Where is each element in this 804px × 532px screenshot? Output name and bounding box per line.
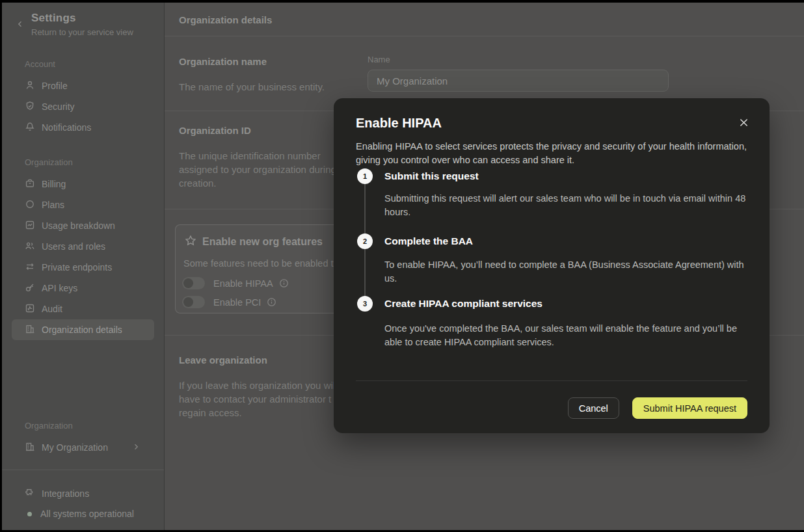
close-icon [740,118,748,129]
sidebar-item-organization-details[interactable]: Organization details [12,319,154,340]
info-icon[interactable] [279,278,289,288]
section-label-organization-switcher: Organization [25,421,164,431]
toggle-knob [183,278,193,288]
user-icon [25,80,35,92]
back-button[interactable] [14,18,27,31]
info-icon[interactable] [267,297,276,307]
status-label: All systems operational [40,509,134,519]
sidebar-item-label: Users and roles [42,241,105,252]
sidebar-item-label: Integrations [42,488,89,499]
enable-hipaa-toggle[interactable] [182,277,205,289]
step-3-body: Once you've completed the BAA, our sales… [384,322,749,349]
star-icon [185,235,196,249]
sidebar-item-integrations[interactable]: Integrations [12,483,154,504]
settings-sidebar: Settings Return to your service view Acc… [2,3,165,530]
org-name-description: The name of your business entity. [179,80,325,94]
enable-pci-toggle[interactable] [182,296,205,308]
sidebar-divider [2,470,164,470]
leave-org-heading: Leave organization [179,354,267,366]
org-name-heading: Organization name [179,56,267,67]
status-dot-icon [27,512,32,516]
submit-hipaa-request-button[interactable]: Submit HIPAA request [632,397,747,419]
cancel-button[interactable]: Cancel [568,397,619,419]
modal-actions: Cancel Submit HIPAA request [568,397,747,419]
modal-footer-divider [356,380,747,381]
building-icon [25,442,35,454]
sidebar-item-label: API keys [42,283,77,293]
enable-hipaa-row: Enable HIPAA [182,277,289,289]
sidebar-item-plans[interactable]: Plans [12,194,154,215]
step-2-body: To enable HIPAA, you’ll need to complete… [384,258,749,286]
circle-icon [25,199,35,211]
modal-title: Enable HIPAA [356,116,442,131]
sidebar-item-audit[interactable]: Audit [12,299,154,319]
building-icon [25,324,35,336]
sidebar-item-label: Profile [42,81,68,91]
sidebar-item-label: Billing [42,179,66,189]
sidebar-item-label: Organization details [42,325,122,335]
sidebar-item-billing[interactable]: Billing [12,174,154,194]
toggle-knob [183,297,193,307]
feature-card-title: Enable new org features [202,236,323,248]
sidebar-header: Settings Return to your service view [2,3,164,37]
step-2-title: Complete the BAA [384,235,473,247]
users-icon [25,241,35,253]
key-icon [25,282,35,295]
sidebar-item-label: Audit [42,304,62,314]
sidebar-item-label: Notifications [42,122,91,133]
step-1-number: 1 [357,168,373,184]
step-2-number: 2 [357,233,373,249]
feature-card-header: Enable new org features [185,235,323,249]
chart-icon [25,220,35,232]
sidebar-item-label: Private endpoints [42,262,112,273]
org-switcher-label: My Organization [42,442,108,453]
step-1-title: Submit this request [384,170,479,182]
bell-icon [25,122,35,134]
enable-hipaa-modal: Enable HIPAA Enabling HIPAA to select se… [334,98,770,433]
org-switcher-my-organization[interactable]: My Organization [12,437,154,458]
toggle-label: Enable HIPAA [213,278,273,289]
sidebar-item-users-and-roles[interactable]: Users and roles [12,236,154,257]
arrows-swap-icon [25,261,35,274]
organization-name-input[interactable] [368,70,669,92]
audit-icon [25,303,35,315]
page: Settings Return to your service view Acc… [0,0,804,532]
org-id-description: The unique identification number assigne… [179,149,336,190]
name-field-label: Name [368,55,390,64]
page-title: Organization details [179,14,272,25]
wallet-icon [25,178,35,191]
sidebar-subtitle: Return to your service view [31,27,154,37]
modal-close-button[interactable] [736,116,751,131]
sidebar-footer: Organization My Organization Integration… [2,421,164,530]
step-1-body: Submitting this request will alert our s… [384,192,749,219]
leave-org-description: If you leave this organization you wil h… [179,379,335,419]
modal-description: Enabling HIPAA to select services protec… [356,140,749,167]
puzzle-icon [25,488,35,500]
sidebar-item-notifications[interactable]: Notifications [12,117,154,138]
sidebar-item-api-keys[interactable]: API keys [12,278,154,299]
sidebar-item-label: Usage breakdown [42,220,115,231]
sidebar-item-private-endpoints[interactable]: Private endpoints [12,257,154,278]
sidebar-title: Settings [31,12,154,25]
toggle-label: Enable PCI [213,297,261,308]
sidebar-item-usage-breakdown[interactable]: Usage breakdown [12,215,154,236]
system-status[interactable]: All systems operational [12,504,154,524]
org-id-heading: Organization ID [179,125,251,136]
step-3-number: 3 [357,296,373,312]
sidebar-item-security[interactable]: Security [12,96,154,117]
step-3-title: Create HIPAA compliant services [384,298,543,310]
chevron-right-icon [132,442,140,453]
sidebar-item-label: Plans [42,200,64,210]
feature-card-description: Some features need to be enabled t [183,258,334,269]
section-label-account: Account [25,59,164,69]
sidebar-item-label: Security [42,101,75,112]
chevron-left-icon [16,19,24,31]
shield-check-icon [25,101,35,113]
sidebar-item-profile[interactable]: Profile [12,75,154,96]
header-divider [165,36,804,36]
section-label-organization: Organization [25,157,164,167]
enable-pci-row: Enable PCI [182,296,276,308]
